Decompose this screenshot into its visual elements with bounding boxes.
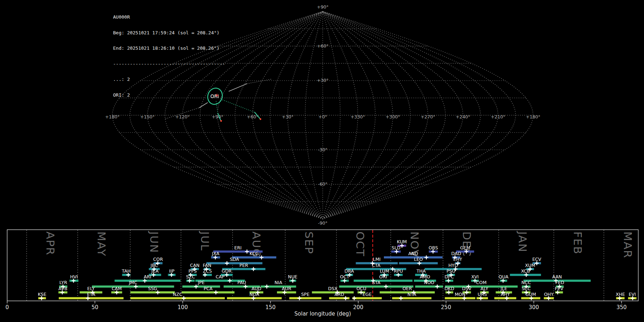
shower-label-KSE: KSE [38,292,47,297]
shower-label-NTA: NTA [408,292,416,297]
shower-peak-marker-ERI [245,250,249,254]
shower-label-DAD: DAD [451,251,461,256]
shower-peak-marker-PCA [214,291,218,294]
shower-label-PSU: PSU [447,268,455,274]
shower-label-PPS: PPS [189,268,197,274]
shower-label-ERI: ERI [234,245,241,250]
observation-begin: Beg: 20251021 17:59:24 (sol = 208.24°) [113,30,225,36]
month-label: MAY [95,231,108,257]
grid-meridian [218,11,323,219]
map-lat-label: +30° [317,78,329,83]
shower-label-AUR: AUR [282,286,292,291]
meteor-end-dot [220,120,222,122]
shower-label-DSX: DSX [328,286,338,291]
shower-label-SSG: SSG [148,286,157,291]
shower-label-GEM: GEM [460,245,470,250]
shower-label-LYR: LYR [59,280,67,285]
shower-bar-DSX [312,291,354,293]
shower-label-DKD: DKD [444,286,454,291]
shower-label-XVI: XVI [471,274,479,279]
shower-label-OER: OER [402,286,412,291]
shower-label-AHY: AHY [501,292,510,297]
meteor-station-plot: +180°+150°+120°+90°+60°+30°+0°+330°+300°… [0,0,644,322]
map-lon-label: +30° [282,114,294,119]
axis-tick-label: 50 [92,304,98,311]
shower-label-MON: MON [455,292,465,297]
shower-label-THA: THA [416,268,426,274]
shower-label-HYD: HYD [448,263,458,268]
shower-label-SPE: SPE [301,292,309,297]
shower-label-JEA: JEA [151,268,159,274]
shower-label-TAH: TAH [122,268,131,274]
shower-label-LMI: LMI [373,257,380,262]
shower-peak-marker-AND [424,255,428,259]
observation-end: End: 20251021 18:26:10 (sol = 208.26°) [113,46,225,51]
map-lon-label: +270° [421,114,435,119]
shower-label-XUM: XUM [525,263,535,268]
shower-label-CAN: CAN [190,263,200,268]
month-label: JUL [199,231,211,251]
map-lon-label: +90° [212,114,224,119]
shower-label-FED: FED [555,280,564,285]
map-lon-label: +240° [456,114,470,119]
station-code: AU000R [113,15,225,20]
shower-label-NDA: NDA [249,292,259,297]
month-label: OCT [354,231,367,257]
header-separator: ---------------------------------------- [113,62,225,67]
month-label: APR [44,231,57,255]
shower-bar-ORI [354,280,413,282]
map-lat-label: -30° [318,147,328,152]
shower-label-OBS: OBS [429,245,438,250]
axis-tick-label: 200 [353,304,364,311]
shower-label-GUM: GUM [526,292,536,297]
shower-peak-marker-JPE [194,284,198,288]
shower-bar-JPE [182,286,220,288]
map-lon-label: +0° [318,114,327,119]
sporadic-meteor-line [229,84,247,91]
shower-bar-MON [445,297,475,299]
shower-bar-SDA [206,262,263,264]
shower-label-ETA: ETA [87,292,96,297]
month-label: JUN [148,231,161,253]
shower-label-NOO: NOO [424,280,434,285]
shower-label-XCB: XCB [521,268,530,274]
shower-label-AUD: AUD [252,286,261,291]
shower-label-PCA: PCA [204,286,213,291]
shower-label-QUA: QUA [499,274,509,279]
shower-label-LEO: LEO [414,257,423,262]
shower-label-PER: PER [239,263,248,268]
shower-label-KUM: KUM [397,239,407,244]
shower-label-ELY: ELY [87,286,95,291]
shower-label-AND: AND [408,251,418,256]
shower-label-EVI: EVI [629,292,636,297]
shower-label-ORI: ORI [379,274,387,279]
axis-title: Solar longitude (deg) [294,311,351,317]
month-label: DEC [460,231,473,257]
sporadic-meteor-trace [247,79,272,84]
shower-label-JPE: JPE [197,280,205,285]
shower-label-ARI: ARI [144,274,151,279]
shower-label-AVB: AVB [58,286,67,291]
shower-label-DRA: DRA [345,268,354,274]
map-pole-label-south: -90° [318,220,328,226]
shower-bar-NTA [392,297,431,299]
shower-label-RPU: RPU [394,268,403,274]
axis-tick-label: 0 [5,304,9,311]
axis-tick-label: 300 [529,304,539,311]
shower-label-NUE: NUE [288,274,297,279]
map-lon-label: +330° [351,114,365,119]
shower-label-XHE: XHE [616,292,625,297]
shower-bar-SSG [130,291,175,293]
shower-label-SLD: SLD [392,245,401,250]
shower-label-CTA: CTA [372,263,380,268]
plot-canvas: +180°+150°+120°+90°+60°+30°+0°+330°+300°… [0,0,644,322]
shower-label-OCT: OCT [340,274,350,279]
shower-label-SZC: SZC [186,274,195,279]
shower-label-HVI: HVI [70,274,78,279]
axis-tick-label: 150 [265,304,276,311]
shower-label-CAM: CAM [112,286,122,291]
shower-label-JXA: JXA [211,251,219,256]
shower-label-OCU: OCU [356,286,366,291]
shower-label-NIA: NIA [274,280,282,285]
shower-label-JMC: JMC [128,280,137,285]
